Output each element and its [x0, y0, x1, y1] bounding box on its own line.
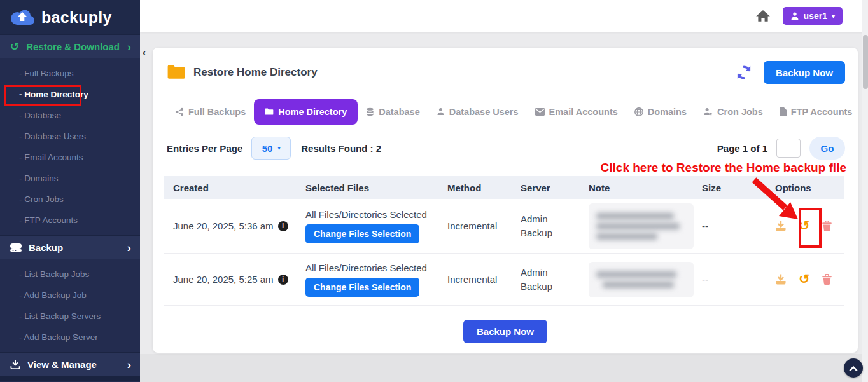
user-menu-button[interactable]: user1 ▾ — [783, 7, 843, 25]
col-options: Options — [775, 182, 835, 193]
topbar: user1 ▾ — [140, 0, 868, 32]
tab-label: FTP Accounts — [791, 107, 853, 117]
server-value: Admin Backup — [521, 212, 560, 240]
backup-now-button-top[interactable]: Backup Now — [764, 61, 845, 84]
tab-ftp-accounts[interactable]: FTP Accounts — [771, 99, 861, 125]
brand-logo[interactable]: backuply — [0, 0, 140, 34]
page-title: Restore Home Directory — [193, 66, 318, 79]
sidebar-item-database[interactable]: - Database — [0, 105, 140, 126]
backup-now-button-bottom[interactable]: Backup Now — [463, 320, 547, 343]
page-indicator: Page 1 of 1 — [717, 143, 767, 154]
sidebar-item-full-backups[interactable]: - Full Backups — [0, 63, 140, 84]
col-selected-files: Selected Files — [305, 182, 447, 193]
tab-database[interactable]: Database — [358, 99, 428, 125]
created-value: June 20, 2025, 5:25 am — [173, 274, 274, 285]
sidebar-item-add-backup-job[interactable]: - Add Backup Job — [0, 285, 140, 306]
card-header: Restore Home Directory Backup Now — [167, 59, 845, 86]
cloud-upload-icon — [9, 8, 36, 27]
sidebar-item-database-users[interactable]: - Database Users — [0, 126, 140, 147]
restore-icon: ↺ — [10, 41, 19, 52]
col-created: Created — [164, 182, 305, 193]
tab-label: Home Directory — [278, 107, 347, 117]
tab-cron-jobs[interactable]: Cron Jobs — [695, 99, 771, 125]
method-value: Incremental — [447, 221, 521, 231]
tab-bar: Full Backups Home Directory Database Dat… — [167, 99, 845, 125]
sidebar-item-email-accounts[interactable]: - Email Accounts — [0, 147, 140, 168]
section-label: Restore & Download — [26, 41, 120, 52]
download-backup-icon[interactable] — [775, 274, 787, 285]
tab-database-users[interactable]: Database Users — [428, 99, 527, 125]
refresh-icon[interactable] — [736, 64, 752, 81]
created-value: June 20, 2025, 5:36 am — [173, 221, 274, 231]
info-icon[interactable]: i — [278, 221, 288, 231]
backup-submenu: - List Backup Jobs - Add Backup Job - Li… — [0, 259, 140, 352]
change-files-selection-button[interactable]: Change Files Selection — [305, 278, 419, 297]
sidebar-item-list-backup-servers[interactable]: - List Backup Servers — [0, 306, 140, 327]
note-redacted-blur — [589, 203, 694, 249]
restore-backup-icon[interactable]: ↺ — [799, 219, 810, 233]
delete-backup-icon[interactable] — [822, 274, 832, 285]
sidebar-item-add-backup-server[interactable]: - Add Backup Server — [0, 327, 140, 348]
sidebar-section-restore-download[interactable]: ↺ Restore & Download › — [0, 34, 140, 58]
entries-per-page-value: 50 — [262, 143, 273, 154]
table-header-row: Created Selected Files Method Server Not… — [164, 176, 844, 199]
note-redacted-blur — [589, 262, 694, 297]
scrollbar-thumb[interactable] — [863, 35, 868, 89]
sidebar-section-backup[interactable]: Backup › — [0, 235, 140, 259]
method-value: Incremental — [447, 274, 521, 285]
tab-email-accounts[interactable]: Email Accounts — [527, 99, 626, 125]
tab-label: Email Accounts — [549, 107, 618, 117]
entries-per-page-label: Entries Per Page — [167, 143, 242, 154]
caret-down-icon: ▾ — [832, 13, 835, 20]
sidebar: backuply ↺ Restore & Download › - Full B… — [0, 0, 140, 382]
selected-files-text: All Files/Directories Selected — [305, 209, 427, 220]
caret-down-icon: ▾ — [277, 145, 281, 151]
change-files-selection-button[interactable]: Change Files Selection — [305, 224, 419, 243]
results-found-label: Results Found : 2 — [301, 143, 381, 154]
restore-backup-icon[interactable]: ↺ — [799, 273, 810, 286]
delete-backup-icon[interactable] — [822, 221, 832, 231]
page-number-input[interactable] — [776, 139, 801, 158]
entries-per-page-select[interactable]: 50 ▾ — [251, 137, 291, 160]
sidebar-footer — [0, 376, 140, 381]
scrollbar-track[interactable] — [862, 0, 868, 382]
sidebar-item-ftp-accounts[interactable]: - FTP Accounts — [0, 210, 140, 231]
download-tray-icon — [10, 360, 20, 369]
tab-label: Domains — [648, 107, 687, 117]
size-value: -- — [702, 221, 775, 231]
chevron-right-icon: › — [127, 242, 131, 254]
size-value: -- — [702, 274, 775, 285]
tab-home-directory[interactable]: Home Directory — [254, 99, 358, 125]
chevron-right-icon: › — [127, 41, 131, 53]
tab-domains[interactable]: Domains — [626, 99, 695, 125]
section-label: Backup — [29, 242, 63, 253]
restore-submenu: - Full Backups - Home Directory - Databa… — [0, 58, 140, 235]
tab-label: Database — [379, 107, 419, 117]
info-icon[interactable]: i — [278, 275, 288, 285]
download-backup-icon[interactable] — [775, 221, 787, 231]
go-button[interactable]: Go — [809, 137, 845, 160]
sidebar-item-home-directory[interactable]: - Home Directory — [0, 84, 140, 105]
server-drive-icon — [10, 243, 22, 252]
page-footer-strip — [140, 354, 868, 382]
table-row: June 20, 2025, 5:36 am i All Files/Direc… — [164, 199, 844, 254]
tab-full-backups[interactable]: Full Backups — [167, 99, 254, 125]
col-method: Method — [447, 182, 521, 193]
backups-table: Created Selected Files Method Server Not… — [164, 176, 844, 306]
list-controls: Entries Per Page 50 ▾ Results Found : 2 … — [167, 137, 845, 160]
tab-label: Database Users — [449, 107, 519, 117]
table-row: June 20, 2025, 5:25 am i All Files/Direc… — [164, 254, 844, 306]
restore-home-directory-card: Restore Home Directory Backup Now Full B… — [153, 48, 858, 353]
sidebar-item-list-backup-jobs[interactable]: - List Backup Jobs — [0, 264, 140, 285]
server-value: Admin Backup — [521, 266, 560, 294]
sidebar-item-domains[interactable]: - Domains — [0, 168, 140, 189]
chevron-right-icon: › — [127, 358, 131, 371]
sidebar-item-cron-jobs[interactable]: - Cron Jobs — [0, 189, 140, 210]
selected-files-text: All Files/Directories Selected — [305, 263, 427, 273]
scroll-to-top-button[interactable] — [844, 358, 863, 378]
brand-name: backuply — [41, 8, 112, 27]
home-icon[interactable] — [756, 10, 770, 22]
sidebar-collapse-chevron[interactable]: ‹ — [143, 47, 146, 58]
sidebar-section-view-manage[interactable]: View & Manage › — [0, 352, 140, 376]
tab-label: Cron Jobs — [717, 107, 763, 117]
